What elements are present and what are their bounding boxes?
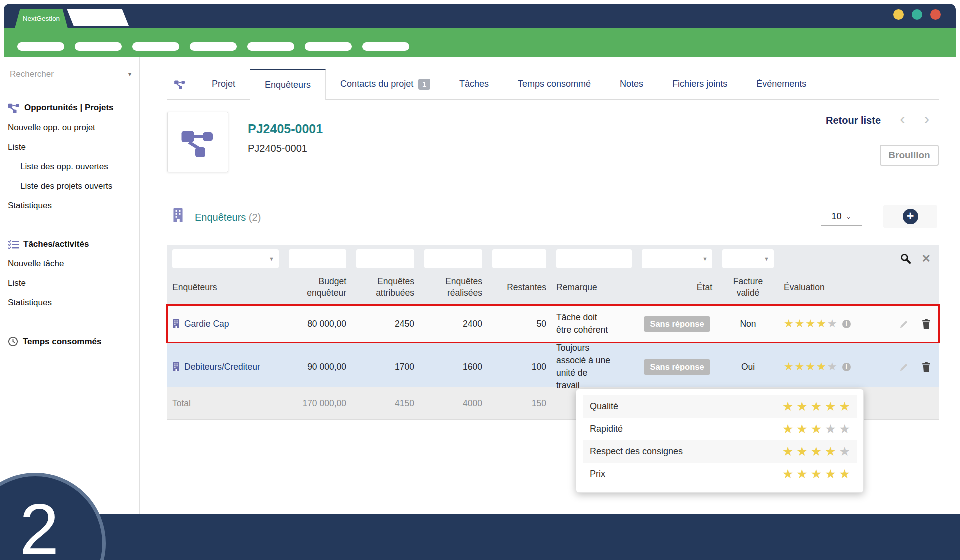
sidebar-item-liste-taches[interactable]: Liste [8, 278, 140, 288]
sidebar-section-opportunites[interactable]: Opportunités | Projets [8, 102, 140, 113]
edit-icon[interactable] [900, 362, 910, 372]
info-icon[interactable] [842, 320, 851, 328]
filter-etat[interactable]: ▼ [642, 249, 712, 268]
delete-icon[interactable] [922, 319, 931, 329]
tab-fichiers-joints[interactable]: Fichiers joints [658, 69, 742, 99]
detail-tabbar: Projet Enquêteurs Contacts du projet 1 T… [168, 69, 939, 100]
sidebar-search[interactable]: ▾ [8, 68, 132, 87]
tab-contacts[interactable]: Contacts du projet 1 [326, 69, 445, 99]
rating-stars[interactable]: ★★★★★ [779, 342, 870, 392]
nav-placeholder-pill[interactable] [132, 42, 180, 51]
tab-evenements[interactable]: Événements [742, 69, 821, 99]
rating-row-respect-consignes: Respect des consignes ★★★★★ [583, 440, 857, 463]
filter-enqueteurs[interactable]: ▼ [172, 249, 279, 268]
col-remarque: Remarque [552, 274, 637, 306]
remark-text: Toujours associé à une unité de travail [552, 342, 637, 392]
add-enqueteur-button[interactable]: + [903, 209, 918, 224]
window-dot-green[interactable] [912, 9, 922, 20]
total-done: 4000 [420, 387, 488, 419]
building-icon [172, 208, 184, 222]
project-code[interactable]: PJ2405-0001 [248, 122, 323, 136]
enqueteur-link[interactable]: Gardie Cap [168, 306, 284, 342]
sidebar-item-liste-opp-ouvertes[interactable]: Liste des opp. ouvertes [20, 162, 140, 172]
sidebar-section-temps[interactable]: Temps consommés [8, 336, 140, 347]
filter-attribuees[interactable] [356, 249, 414, 268]
status-badge: Sans réponse [644, 359, 710, 375]
filter-realisees[interactable] [424, 249, 482, 268]
budget-value: 90 000,00 [284, 342, 352, 392]
tab-temps-consomme[interactable]: Temps consommé [504, 69, 606, 99]
tab-enqueteurs[interactable]: Enquêteurs [250, 69, 326, 100]
project-avatar [168, 112, 228, 172]
clear-filters-icon[interactable]: ✕ [922, 253, 931, 264]
info-icon[interactable] [842, 363, 851, 371]
col-restantes: Restantes [488, 274, 552, 306]
nav-placeholder-pill[interactable] [362, 42, 410, 51]
edit-icon[interactable] [900, 319, 910, 329]
sidebar-divider [4, 321, 132, 321]
add-button-area: + [884, 205, 938, 228]
rating-stars: ★★★★★ [780, 468, 850, 480]
assigned-value: 1700 [352, 342, 420, 392]
nav-placeholder-pill[interactable] [190, 42, 237, 51]
page: NextGestion ▾ [0, 0, 960, 560]
window-controls [894, 9, 941, 20]
remaining-value: 100 [488, 342, 552, 392]
delete-icon[interactable] [922, 362, 931, 372]
sidebar-section-title: Tâches/activités [24, 239, 89, 249]
app-toolbar [4, 28, 956, 57]
previous-record-icon[interactable]: ‹ [900, 110, 906, 127]
rating-popup: Qualité ★★★★★ Rapidité ★★★★★ Respect des… [576, 389, 864, 493]
status-badge: Sans réponse [644, 316, 710, 332]
filter-row: ▼ ▼ ▼ ✕ [168, 245, 939, 274]
sidebar-section-title: Opportunités | Projets [24, 103, 114, 113]
brand-tab[interactable]: NextGestion [15, 9, 68, 28]
sidebar-item-statistiques-opp[interactable]: Statistiques [8, 201, 140, 211]
sidebar-item-nouvelle-tache[interactable]: Nouvelle tâche [8, 259, 140, 269]
back-to-list-link[interactable]: Retour liste [826, 115, 881, 126]
table-row-gardie-cap: Gardie Cap 80 000,00 2450 2400 50 Tâche … [168, 306, 939, 342]
rating-stars: ★★★★★ [780, 400, 850, 413]
enqueteur-link[interactable]: Debiteurs/Crediteur [168, 342, 284, 392]
nav-placeholder-pill[interactable] [305, 42, 352, 51]
chevron-down-icon: ▼ [269, 256, 274, 262]
chevron-down-icon: ▼ [702, 256, 708, 262]
filter-restantes[interactable] [492, 249, 546, 268]
window-dot-yellow[interactable] [894, 9, 904, 20]
sidebar-item-liste-projets-ouverts[interactable]: Liste des projets ouverts [20, 181, 140, 191]
search-icon[interactable] [900, 253, 912, 265]
next-record-icon[interactable]: › [924, 110, 930, 127]
building-icon [172, 319, 180, 328]
column-headers: Enquêteurs Budget enquêteur Enquêtes att… [168, 274, 939, 306]
nav-placeholder-pill[interactable] [75, 42, 122, 51]
assigned-value: 2450 [352, 306, 420, 342]
filter-budget[interactable] [289, 249, 346, 268]
total-remaining: 150 [488, 387, 552, 419]
sidebar-item-nouvelle-opp[interactable]: Nouvelle opp. ou projet [8, 123, 140, 133]
project-name: PJ2405-0001 [248, 143, 308, 154]
tab-projet[interactable]: Projet [198, 69, 250, 99]
filter-remarque[interactable] [556, 249, 632, 268]
nav-placeholder-pill[interactable] [248, 42, 294, 51]
tab-taches[interactable]: Tâches [445, 69, 504, 99]
tab-notes[interactable]: Notes [606, 69, 658, 99]
rating-stars[interactable]: ★★★★★ [779, 306, 870, 342]
filter-facture[interactable]: ▼ [722, 249, 774, 268]
sidebar-section-taches[interactable]: Tâches/activités [8, 239, 140, 249]
page-size-select[interactable]: 10 ⌄ [821, 208, 862, 226]
sidebar-divider [4, 360, 132, 360]
sidebar: ▾ Opportunités | Projets Nouvelle opp. o… [4, 57, 140, 514]
nav-placeholder-pill[interactable] [18, 42, 64, 51]
contacts-count-badge: 1 [418, 79, 430, 90]
sitemap-icon-large [182, 127, 214, 157]
sidebar-item-statistiques-taches[interactable]: Statistiques [8, 298, 140, 308]
status-badge[interactable]: Brouillon [880, 145, 939, 166]
window-dot-red[interactable] [930, 9, 941, 20]
rating-row-rapidite: Rapidité ★★★★★ [583, 418, 857, 440]
blank-tab[interactable] [67, 9, 129, 26]
search-input[interactable] [9, 69, 114, 80]
rating-row-prix: Prix ★★★★★ [583, 463, 857, 485]
sidebar-item-liste-opp[interactable]: Liste [8, 142, 140, 152]
col-evaluation: Évaluation [779, 274, 870, 306]
total-assigned: 4150 [352, 387, 420, 419]
